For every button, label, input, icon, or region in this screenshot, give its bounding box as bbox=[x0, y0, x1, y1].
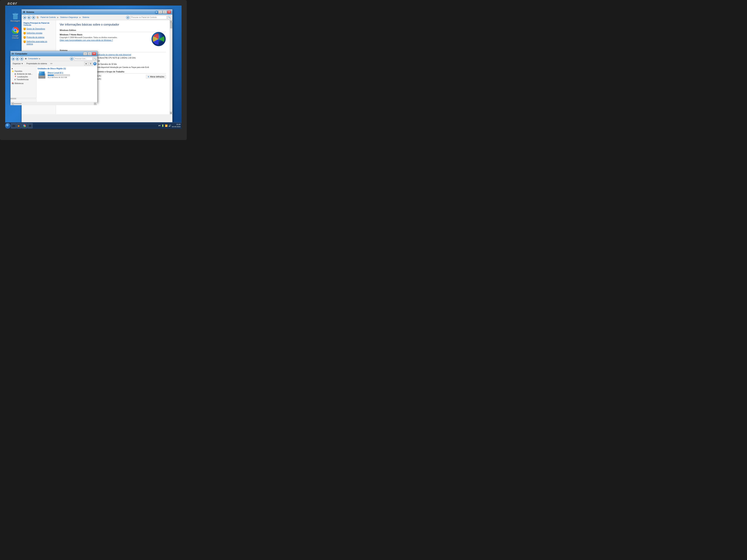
minimize-button[interactable]: ─ bbox=[158, 10, 162, 14]
explorer-icon: 🗁 bbox=[12, 124, 15, 127]
proteccao-sistema-link[interactable]: Protecção do sistema bbox=[24, 36, 54, 39]
taskbar-clock[interactable]: 15:49 02-03-2024 bbox=[172, 124, 180, 128]
fe-help-button[interactable]: ? bbox=[93, 62, 97, 65]
more-options-button[interactable]: >> bbox=[49, 62, 54, 65]
drive-c-item[interactable]: Disco Local (C:) 21,2 GB livres de 29,3 … bbox=[37, 71, 96, 79]
taskbar-chrome-item[interactable] bbox=[22, 123, 27, 128]
svg-point-14 bbox=[24, 125, 25, 126]
drive-c-bar-fill bbox=[48, 75, 54, 76]
hscroll-track[interactable] bbox=[14, 103, 94, 104]
fe-close-button[interactable]: ✕ bbox=[92, 52, 96, 55]
fe-forward-button[interactable]: ► bbox=[16, 57, 19, 60]
shield-icon-3 bbox=[24, 36, 26, 39]
battery-icon: 🔋 bbox=[161, 125, 164, 127]
hscroll-right[interactable]: ► bbox=[94, 102, 97, 105]
taskbar-right: PT 🔋 📶 🔊 15:49 02-03-2024 bbox=[157, 124, 182, 128]
taskbar-explorer-item[interactable]: 🗁 bbox=[11, 123, 16, 128]
fe-hscroll-thumb[interactable] bbox=[10, 98, 16, 99]
organizar-button[interactable]: Organizar ▼ bbox=[11, 62, 24, 65]
language-indicator: PT bbox=[158, 125, 161, 127]
fe-view-button-1[interactable]: ⊞ bbox=[84, 62, 88, 65]
gear-icon: ⚙ bbox=[148, 76, 149, 78]
screen: Reciclagem Google Chrome bbox=[5, 5, 182, 129]
refresh-button[interactable]: ↺ bbox=[126, 16, 130, 19]
drives-section-title: Unidades de Disco Rígido (1) bbox=[37, 68, 96, 70]
fe-minimize-button[interactable]: ─ bbox=[83, 52, 87, 55]
favoritos-tree-item[interactable]: ⭐ Favoritos bbox=[10, 70, 36, 73]
shield-icon-1 bbox=[24, 28, 26, 30]
page-title: Ver informações básicas sobre o computad… bbox=[60, 23, 166, 26]
taskbar-controlpanel-item[interactable]: ⚙ bbox=[28, 123, 33, 128]
recent-button[interactable]: ▼ bbox=[32, 16, 35, 19]
processor-value: Intel(R) Atom(TM) CPU N270 @ 1.60GHz 1.6… bbox=[93, 57, 166, 59]
controlpanel-icon: ⚙ bbox=[29, 124, 31, 127]
fe-refresh-button[interactable]: ↺ bbox=[70, 57, 74, 60]
file-explorer-titlebar: 🗁 Computador ─ □ ✕ bbox=[10, 51, 97, 56]
taskbar-mediaplayer-item[interactable]: ▶ bbox=[17, 123, 21, 128]
desktop-tree-item[interactable]: 🖥 Ambiente de trab... bbox=[10, 73, 36, 75]
fe-maximize-button[interactable]: □ bbox=[87, 52, 92, 55]
edition-name: Windows 7 Home Basic bbox=[60, 33, 118, 36]
fe-tree-hscroll[interactable] bbox=[10, 98, 36, 99]
copyright-text: Copyright © 2009 Microsoft Corporation. … bbox=[60, 36, 118, 38]
fe-view-button-2[interactable]: ☰ bbox=[89, 62, 93, 65]
search-button[interactable]: 🔍 bbox=[168, 16, 171, 19]
recycle-bin-label: Reciclagem bbox=[10, 20, 20, 22]
chrome-icon-desktop[interactable]: Google Chrome bbox=[9, 26, 22, 40]
fe-recent-button[interactable]: ▼ bbox=[20, 57, 24, 60]
definicoes-remotas-link[interactable]: Definições remotas bbox=[24, 32, 54, 35]
taskbar-items: 🗁 ▶ ⚙ bbox=[10, 123, 157, 129]
scroll-track bbox=[170, 23, 172, 112]
scroll-up-arrow[interactable]: ▲ bbox=[170, 20, 173, 23]
drive-c-info: Disco Local (C:) 21,2 GB livres de 29,3 … bbox=[48, 72, 96, 78]
hscroll-thumb[interactable] bbox=[14, 103, 22, 104]
locations-tree-item[interactable]: 📍 Localizações bbox=[10, 75, 36, 78]
close-button[interactable]: ✕ bbox=[167, 10, 171, 14]
hscroll-left[interactable]: ◄ bbox=[11, 102, 14, 105]
bibliotecas-tree-item[interactable]: 📚 Bibliotecas bbox=[10, 82, 36, 85]
acer-logo: acer bbox=[7, 1, 17, 6]
network-icon: 📶 bbox=[165, 125, 168, 127]
desktop-icon-tree: 🖥 bbox=[14, 73, 16, 75]
fe-right-pane: Unidades de Disco Rígido (1) Disco Local… bbox=[36, 66, 97, 102]
fe-back-button[interactable]: ◄ bbox=[11, 57, 15, 60]
help-button[interactable]: ? bbox=[155, 10, 158, 14]
maximize-button[interactable]: □ bbox=[163, 10, 167, 14]
media-player-icon: ▶ bbox=[18, 124, 20, 127]
chrome-icon-label: Google Chrome bbox=[10, 35, 21, 39]
definicoes-avancadas-link[interactable]: Definições avançadas do sistema bbox=[24, 41, 54, 45]
upgrade-link[interactable]: Obter mais funcionalidades com uma nova … bbox=[60, 39, 118, 41]
change-settings-button[interactable]: ⚙ Alterar definições bbox=[146, 75, 166, 79]
chrome-icon-image bbox=[12, 27, 19, 34]
start-button[interactable] bbox=[5, 123, 10, 128]
fe-breadcrumb[interactable]: Computador bbox=[28, 58, 38, 60]
window-controls: ─ □ ✕ bbox=[158, 10, 171, 14]
forward-button[interactable]: ► bbox=[27, 16, 31, 19]
fe-search-button[interactable]: 🔍 bbox=[93, 57, 97, 60]
laptop-bezel: acer Reciclagem bbox=[0, 0, 187, 140]
breadcrumb-part-2[interactable]: Sistema e Segurança bbox=[60, 16, 78, 18]
search-input[interactable] bbox=[130, 16, 167, 19]
address-bar: ◄ ► ▼ 🏠 Painel de Controlo ▶ Sistema e S… bbox=[22, 15, 172, 20]
shield-icon-4 bbox=[24, 41, 26, 43]
scroll-thumb[interactable] bbox=[170, 23, 172, 28]
ram-value: 1,50 GB bbox=[93, 60, 166, 62]
volume-icon: 🔊 bbox=[169, 125, 171, 127]
breadcrumb-part-1[interactable]: Painel de Controlo bbox=[41, 16, 56, 18]
back-button[interactable]: ◄ bbox=[23, 16, 26, 19]
propriedades-button[interactable]: Propriedades do sistema bbox=[25, 62, 48, 65]
os-type-value: Sistema Operativo de 32 bits bbox=[93, 63, 166, 65]
classification-value[interactable]: A classificação do sistema não está disp… bbox=[93, 54, 166, 56]
recycle-bin-icon[interactable]: Reciclagem bbox=[9, 11, 22, 23]
fe-search-input[interactable] bbox=[74, 57, 93, 60]
scrollbar[interactable]: ▲ ▼ bbox=[170, 20, 172, 114]
scroll-down-arrow[interactable]: ▼ bbox=[170, 112, 173, 114]
shield-icon-2 bbox=[24, 32, 26, 35]
gestor-dispositivos-link[interactable]: Gestor de Dispositivos bbox=[24, 28, 54, 30]
fe-tree-scroll-up[interactable]: ▲ bbox=[10, 67, 36, 70]
breadcrumb-part-3[interactable]: Sistema bbox=[82, 16, 89, 18]
downloads-tree-item[interactable]: ⬇ Transferências bbox=[10, 78, 36, 81]
control-panel-titlebar: 🖥 Sistema ─ □ ✕ bbox=[22, 9, 172, 15]
svg-point-9 bbox=[14, 29, 17, 31]
file-explorer-window: 🗁 Computador ─ □ ✕ ◄ ► ▼ 🖥 Computador ▶ … bbox=[10, 51, 98, 103]
